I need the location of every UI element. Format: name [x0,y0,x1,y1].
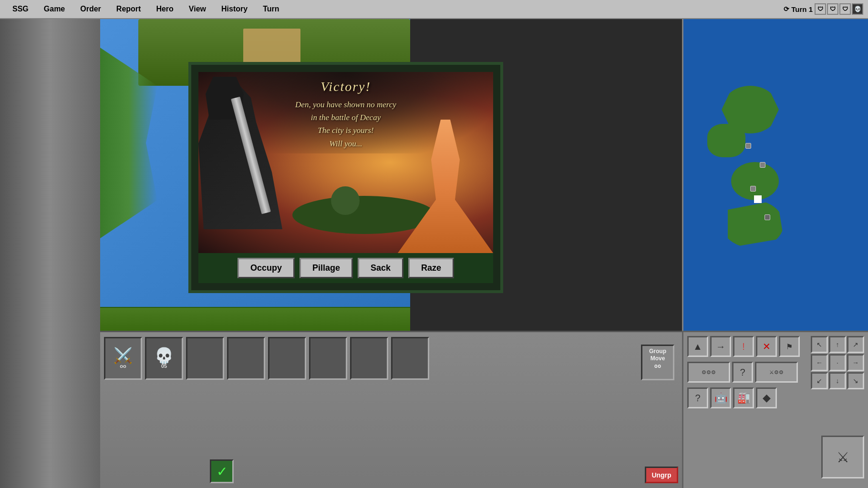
menu-history[interactable]: History [214,3,255,15]
btn-crossed-swords[interactable]: ⚔ [821,436,864,478]
dragon-head [331,186,360,215]
group-move-button[interactable]: GroupMoveoo [641,345,674,380]
btn-move-up[interactable]: ▲ [687,336,708,357]
victory-dialog: Victory! Den, you have shown no mercy in… [188,62,503,293]
dialog-buttons-area: Occupy Pillage Sack Raze [198,253,493,283]
btn-shield[interactable]: ◆ [756,387,777,408]
dialog-outer-frame: Victory! Den, you have shown no mercy in… [188,62,503,293]
unit-figure-1: ⚔️ [114,348,133,363]
victory-body: Den, you have shown no mercy in the batt… [208,98,484,150]
btn-action-cross[interactable]: ✕ [756,336,777,357]
action-row-2: ⚙⚙⚙ ? ⚔⚙⚙ [687,362,798,383]
unit-slot-1[interactable]: ⚔️ oo [104,337,142,380]
unit-figure-2: 💀 [155,348,174,363]
btn-se[interactable]: ↘ [847,372,864,389]
unit-stats-1: oo [120,363,126,369]
btn-w[interactable]: ← [811,354,828,371]
menu-bar: SSG Game Order Report Hero View History … [0,0,868,19]
btn-nw[interactable]: ↖ [811,336,828,353]
menu-turn[interactable]: Turn [255,3,287,15]
group-move-label: GroupMoveoo [644,348,671,370]
btn-flag[interactable]: ⚑ [779,336,800,357]
unit-slots-container: ⚔️ oo 💀 05 GroupMoveoo [100,332,682,385]
victory-line1: Den, you have shown no mercy [295,100,396,109]
menu-view[interactable]: View [181,3,214,15]
shield-icon1: 🛡 [815,3,826,15]
dialog-image-area: Victory! Den, you have shown no mercy in… [198,72,493,253]
unit-slot-2[interactable]: 💀 05 [145,337,183,380]
mini-unit-2 [760,162,765,168]
btn-robot[interactable]: 🤖 [710,387,731,408]
movement-pad: ↖ ↑ ↗ ← · → ↙ ↓ ↘ [811,336,864,389]
victory-line4: Will you... [330,139,362,148]
mini-map-background [683,19,868,331]
btn-e[interactable]: → [847,354,864,371]
btn-ne[interactable]: ↗ [847,336,864,353]
mini-map [682,19,868,331]
checkmark-button[interactable]: ✓ [210,459,234,483]
ungrp-button[interactable]: Ungrp [645,467,678,483]
unit-slot-7[interactable] [350,337,388,380]
btn-battle-large[interactable]: ⚔ [821,436,864,478]
mini-unit-3 [750,186,756,192]
menu-report[interactable]: Report [109,3,149,15]
unit-slot-8[interactable] [391,337,429,380]
btn-sw[interactable]: ↙ [811,372,828,389]
action-row-1: ▲ → ! ✕ ⚑ [687,336,800,357]
btn-factory[interactable]: 🏭 [733,387,754,408]
map-bottom-strip [100,307,410,331]
menu-order[interactable]: Order [72,3,109,15]
btn-s[interactable]: ↓ [829,372,846,389]
btn-n[interactable]: ↑ [829,336,846,353]
bottom-panel: ⚔️ oo 💀 05 GroupMoveoo ✓ Ungrp [100,331,682,488]
shield-icon2: 🛡 [827,3,838,15]
btn-action-alert[interactable]: ! [733,336,754,357]
action-row-3: ? 🤖 🏭 ◆ [687,387,777,408]
victory-line2: in the battle of Decay [311,113,381,122]
menu-hero[interactable]: Hero [148,3,181,15]
mini-unit-4 [765,214,770,220]
btn-move-right[interactable]: → [710,336,731,357]
btn-attack[interactable]: ⚔⚙⚙ [755,362,798,383]
occupy-button[interactable]: Occupy [238,258,295,278]
unit-slot-3[interactable] [186,337,224,380]
btn-info[interactable]: ? [687,387,708,408]
pillage-button[interactable]: Pillage [300,258,353,278]
btn-formation[interactable]: ⚙⚙⚙ [687,362,730,383]
btn-center[interactable]: · [829,354,846,371]
turn-indicator: ⟳ Turn 1 🛡 🛡 🛡 💀 [784,3,863,15]
victory-line3: The city is yours! [318,126,374,135]
right-control-panel: ▲ → ! ✕ ⚑ ↖ ↑ ↗ ← · → ↙ ↓ ↘ ⚙⚙⚙ ? ⚔⚙⚙ ? … [682,331,868,488]
turn-label: Turn 1 [791,5,813,13]
skull-icon: 💀 [852,3,863,15]
turn-icons: 🛡 🛡 🛡 💀 [815,3,863,15]
unit-stats-2: 05 [161,363,167,369]
dragon-body [292,196,435,234]
victory-title: Victory! [198,79,493,94]
menu-ssg[interactable]: SSG [5,3,36,15]
raze-button[interactable]: Raze [408,258,454,278]
unit-slot-4[interactable] [227,337,265,380]
shield-icon3: 🛡 [839,3,851,15]
menu-game[interactable]: Game [36,3,72,15]
sack-button[interactable]: Sack [358,258,403,278]
mini-selected-unit [754,195,762,203]
checkmark-area: ✓ [210,459,234,483]
unit-slot-5[interactable] [268,337,306,380]
unit-slot-6[interactable] [309,337,347,380]
mini-unit-1 [745,143,751,149]
game-area: ⚔️ oo 💀 05 GroupMoveoo ✓ Ungrp [0,19,868,488]
btn-query[interactable]: ? [732,362,753,383]
left-frame [0,19,100,488]
